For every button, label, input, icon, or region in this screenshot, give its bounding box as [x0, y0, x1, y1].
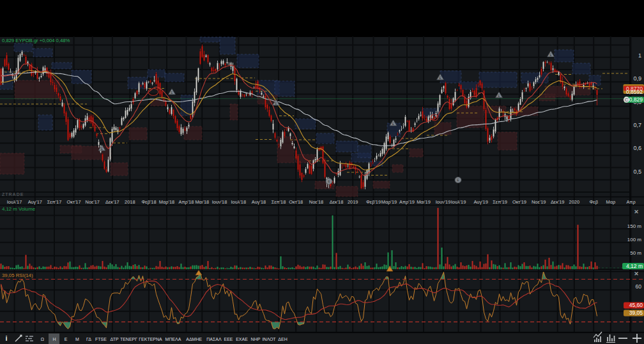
- svg-text:Μαρ'18: Μαρ'18: [159, 199, 174, 205]
- svg-text:60: 60: [636, 283, 642, 290]
- svg-text:ΕΧΑΕ: ΕΧΑΕ: [236, 337, 248, 341]
- svg-text:Οκτ'19: Οκτ'19: [512, 199, 526, 205]
- svg-text:ΓΕΚΤΕΡΝΑ: ΓΕΚΤΕΡΝΑ: [139, 337, 162, 341]
- svg-text:ΠΑΣΑΛ: ΠΑΣΑΛ: [206, 337, 222, 341]
- svg-text:Σεπ'18: Σεπ'18: [272, 199, 286, 205]
- svg-text:Νοε'17: Νοε'17: [86, 199, 100, 205]
- svg-text:ΑΔΜΗΕ: ΑΔΜΗΕ: [186, 337, 202, 341]
- svg-text:Αυγ'19: Αυγ'19: [473, 199, 487, 205]
- svg-text:4,12 m Volume: 4,12 m Volume: [2, 206, 35, 212]
- svg-text:Ιουλ'17: Ιουλ'17: [7, 199, 22, 205]
- svg-text:2019: 2019: [348, 199, 358, 205]
- svg-text:0,8592: 0,8592: [626, 89, 643, 95]
- svg-text:Σεπ'17: Σεπ'17: [47, 199, 62, 205]
- svg-text:Μαρ: Μαρ: [606, 199, 615, 205]
- svg-text:Ιουν'19: Ιουν'19: [436, 199, 451, 205]
- svg-text:Δεκ'18: Δεκ'18: [330, 199, 344, 205]
- svg-text:ΜΠΕΛΑ: ΜΠΕΛΑ: [165, 337, 181, 341]
- svg-text:ΙΝΛΟΤ: ΙΝΛΟΤ: [262, 337, 276, 341]
- svg-text:Ω: Ω: [41, 337, 44, 341]
- svg-text:✕: ✕: [634, 271, 639, 277]
- svg-text:0,5: 0,5: [633, 168, 641, 175]
- svg-text:Οκτ'17: Οκτ'17: [67, 199, 81, 205]
- svg-text:Απρ: Απρ: [626, 199, 635, 205]
- svg-text:Φεβ'18: Φεβ'18: [141, 199, 156, 205]
- svg-text:Αυγ'18: Αυγ'18: [252, 199, 266, 205]
- svg-text:Ε: Ε: [65, 337, 68, 341]
- svg-text:ΓΔ: ΓΔ: [86, 337, 91, 341]
- svg-text:Φεβ: Φεβ: [589, 199, 597, 205]
- svg-text:Ιουλ'18: Ιουλ'18: [231, 199, 247, 205]
- svg-text:0,6: 0,6: [633, 145, 641, 151]
- svg-text:ΔΤΡ: ΔΤΡ: [110, 337, 119, 341]
- svg-text:50 m: 50 m: [630, 250, 641, 256]
- svg-text:Σεπ'19: Σεπ'19: [493, 199, 507, 205]
- svg-text:2018: 2018: [125, 199, 135, 205]
- svg-text:ZTRADE: ZTRADE: [2, 192, 24, 197]
- svg-text:Μαι'19: Μαι'19: [417, 199, 431, 205]
- svg-text:ΔΕΗ: ΔΕΗ: [278, 337, 287, 341]
- svg-text:FTSE: FTSE: [95, 337, 107, 341]
- svg-text:Μαρ'19: Μαρ'19: [381, 199, 397, 205]
- svg-text:Νοε'19: Νοε'19: [532, 199, 546, 205]
- svg-text:i: i: [5, 334, 7, 342]
- svg-text:2020: 2020: [569, 199, 579, 205]
- svg-text:39,05 RSI(14): 39,05 RSI(14): [2, 273, 33, 278]
- svg-text:45,60: 45,60: [629, 302, 643, 308]
- svg-text:0,829: 0,829: [629, 96, 643, 103]
- svg-text:39,05: 39,05: [629, 310, 643, 316]
- svg-text:Νοε'18: Νοε'18: [309, 199, 323, 205]
- svg-text:150 m: 150 m: [627, 223, 642, 229]
- svg-text:ΕΕΕ: ΕΕΕ: [224, 337, 233, 341]
- svg-text:Οκτ'18: Οκτ'18: [289, 199, 303, 205]
- svg-text:Ιουλ'19: Ιουλ'19: [451, 199, 466, 205]
- svg-text:Φεβ'19: Φεβ'19: [366, 199, 381, 205]
- svg-text:ΤΕΝΕΡΓ: ΤΕΝΕΡΓ: [120, 337, 137, 341]
- svg-text:C: C: [625, 97, 629, 103]
- svg-text:ΝΗΡ: ΝΗΡ: [251, 337, 261, 341]
- svg-text:Δεκ'19: Δεκ'19: [551, 199, 565, 205]
- svg-text:1: 1: [638, 52, 641, 59]
- svg-text:Δεκ'17: Δεκ'17: [105, 199, 119, 205]
- svg-text:Απρ'19: Απρ'19: [399, 199, 415, 205]
- svg-text:✕: ✕: [634, 209, 639, 215]
- svg-text:Αυγ'17: Αυγ'17: [28, 199, 42, 205]
- svg-text:4,12 m: 4,12 m: [626, 263, 643, 269]
- svg-text:0,7: 0,7: [633, 122, 641, 128]
- svg-text:Η: Η: [52, 337, 56, 341]
- svg-text:100 m: 100 m: [627, 237, 642, 243]
- svg-text:Απρ'18: Απρ'18: [179, 199, 194, 205]
- svg-text:0,829 ΕΥΡΩΒ.gr +0,004 0,48%: 0,829 ΕΥΡΩΒ.gr +0,004 0,48%: [2, 38, 70, 43]
- svg-text:0,9: 0,9: [633, 75, 641, 82]
- svg-text:Ιουν'18: Ιουν'18: [212, 199, 227, 205]
- svg-text:Μ: Μ: [75, 337, 79, 341]
- svg-text:Μαι'18: Μαι'18: [195, 199, 209, 205]
